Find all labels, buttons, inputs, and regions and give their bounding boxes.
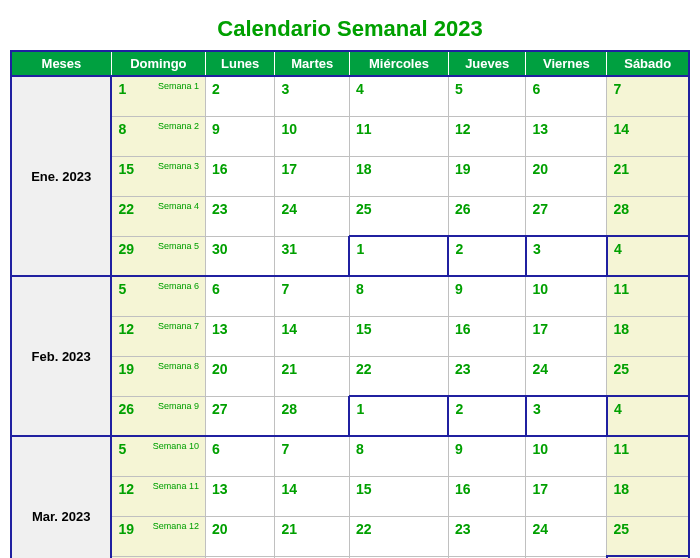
day-number: 17 <box>532 321 548 337</box>
day-number: 12 <box>118 321 134 337</box>
header-martes: Martes <box>275 51 349 76</box>
day-cell: 16 <box>205 156 275 196</box>
day-cell: 10 <box>526 436 607 476</box>
day-number: 24 <box>532 521 548 537</box>
day-number: 20 <box>212 521 228 537</box>
week-tag: Semana 11 <box>153 481 199 491</box>
day-number: 27 <box>212 401 228 417</box>
day-number: 25 <box>613 521 629 537</box>
day-cell: 17 <box>526 476 607 516</box>
week-tag: Semana 8 <box>158 361 199 371</box>
day-number: 11 <box>613 281 629 297</box>
day-number: 25 <box>613 361 629 377</box>
day-cell: 20 <box>526 156 607 196</box>
day-number: 17 <box>532 481 548 497</box>
table-row: 8Semana 291011121314 <box>11 116 689 156</box>
day-cell: 22 <box>349 516 448 556</box>
day-cell: 21 <box>275 516 349 556</box>
day-cell: 4 <box>607 236 689 276</box>
day-number: 5 <box>118 281 126 297</box>
day-cell: 8 <box>349 276 448 316</box>
day-number: 28 <box>613 201 629 217</box>
day-cell: 11 <box>607 436 689 476</box>
sunday-cell: 8Semana 2 <box>111 116 205 156</box>
day-number: 30 <box>212 241 228 257</box>
table-row: 15Semana 3161718192021 <box>11 156 689 196</box>
day-number: 13 <box>532 121 548 137</box>
day-cell: 25 <box>349 196 448 236</box>
sunday-cell: 19Semana 12 <box>111 516 205 556</box>
header-miercoles: Miércoles <box>349 51 448 76</box>
week-tag: Semana 3 <box>158 161 199 171</box>
day-cell: 7 <box>607 76 689 116</box>
day-number: 3 <box>533 241 541 257</box>
day-number: 31 <box>281 241 297 257</box>
day-number: 26 <box>455 201 471 217</box>
day-cell: 24 <box>275 196 349 236</box>
day-cell: 22 <box>349 356 448 396</box>
day-number: 6 <box>212 441 220 457</box>
day-number: 4 <box>356 81 364 97</box>
calendar-table: Meses Domingo Lunes Martes Miércoles Jue… <box>10 50 690 558</box>
day-cell: 3 <box>526 236 607 276</box>
day-number: 9 <box>212 121 220 137</box>
day-cell: 21 <box>607 156 689 196</box>
sunday-cell: 22Semana 4 <box>111 196 205 236</box>
day-number: 2 <box>212 81 220 97</box>
day-cell: 13 <box>205 476 275 516</box>
day-number: 13 <box>212 321 228 337</box>
day-cell: 4 <box>607 396 689 436</box>
day-cell: 13 <box>526 116 607 156</box>
day-number: 13 <box>212 481 228 497</box>
day-number: 29 <box>118 241 134 257</box>
week-tag: Semana 12 <box>153 521 199 531</box>
day-cell: 15 <box>349 476 448 516</box>
day-number: 28 <box>281 401 297 417</box>
day-cell: 14 <box>275 476 349 516</box>
week-tag: Semana 6 <box>158 281 199 291</box>
sunday-cell: 5Semana 10 <box>111 436 205 476</box>
week-tag: Semana 2 <box>158 121 199 131</box>
day-cell: 23 <box>205 196 275 236</box>
week-tag: Semana 9 <box>158 401 199 411</box>
day-number: 8 <box>356 281 364 297</box>
day-cell: 5 <box>448 76 525 116</box>
day-cell: 31 <box>275 236 349 276</box>
day-number: 10 <box>532 441 548 457</box>
day-cell: 2 <box>205 76 275 116</box>
week-tag: Semana 7 <box>158 321 199 331</box>
day-cell: 1 <box>349 236 448 276</box>
header-jueves: Jueves <box>448 51 525 76</box>
header-row: Meses Domingo Lunes Martes Miércoles Jue… <box>11 51 689 76</box>
day-cell: 9 <box>448 276 525 316</box>
header-lunes: Lunes <box>205 51 275 76</box>
day-cell: 10 <box>526 276 607 316</box>
table-row: 12Semana 11131415161718 <box>11 476 689 516</box>
day-cell: 11 <box>607 276 689 316</box>
day-number: 11 <box>613 441 629 457</box>
header-domingo: Domingo <box>111 51 205 76</box>
day-number: 19 <box>118 361 134 377</box>
table-row: Ene. 20231Semana 1234567 <box>11 76 689 116</box>
month-label: Feb. 2023 <box>11 276 111 436</box>
day-number: 23 <box>455 361 471 377</box>
page-title: Calendario Semanal 2023 <box>10 10 690 50</box>
day-number: 18 <box>613 321 629 337</box>
day-number: 16 <box>455 481 471 497</box>
day-number: 24 <box>281 201 297 217</box>
month-label: Ene. 2023 <box>11 76 111 276</box>
table-row: 22Semana 4232425262728 <box>11 196 689 236</box>
week-tag: Semana 4 <box>158 201 199 211</box>
day-number: 10 <box>532 281 548 297</box>
day-cell: 8 <box>349 436 448 476</box>
day-number: 21 <box>613 161 629 177</box>
day-number: 15 <box>118 161 134 177</box>
day-cell: 19 <box>448 156 525 196</box>
sunday-cell: 1Semana 1 <box>111 76 205 116</box>
table-row: 12Semana 7131415161718 <box>11 316 689 356</box>
day-number: 22 <box>118 201 134 217</box>
day-number: 23 <box>455 521 471 537</box>
day-cell: 12 <box>448 116 525 156</box>
day-number: 6 <box>532 81 540 97</box>
day-cell: 13 <box>205 316 275 356</box>
